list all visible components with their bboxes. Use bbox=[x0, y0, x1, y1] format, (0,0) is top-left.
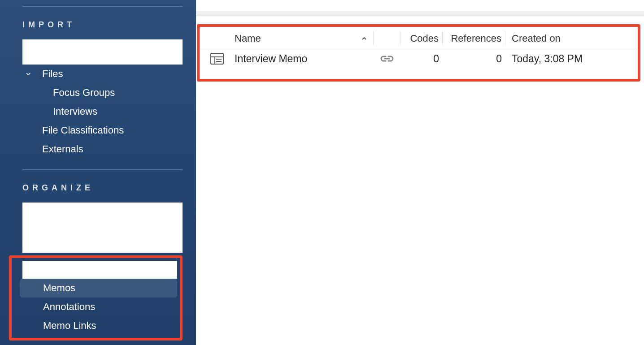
sidebar-item-label: Coding bbox=[43, 213, 86, 228]
table-row[interactable]: Interview Memo 0 0 Today, 3:08 PM bbox=[200, 50, 638, 79]
sidebar-item-label: Memo Links bbox=[43, 320, 96, 332]
sidebar-item-label: Cases bbox=[43, 238, 80, 253]
link-icon bbox=[379, 55, 395, 63]
chevron-right-icon bbox=[174, 213, 178, 228]
sidebar-item-memo-links[interactable]: Memo Links bbox=[20, 316, 177, 335]
sidebar-item-files[interactable]: Files bbox=[22, 65, 183, 83]
table-header: Name Codes References Created on bbox=[200, 27, 638, 50]
memo-icon bbox=[210, 53, 224, 65]
sidebar-item-label: Focus Groups bbox=[53, 87, 115, 99]
sidebar-item-interviews[interactable]: Interviews bbox=[22, 102, 183, 121]
svg-point-2 bbox=[25, 55, 26, 56]
col-header-label: Codes bbox=[410, 33, 439, 44]
col-link-spacer bbox=[374, 31, 400, 45]
col-header-codes[interactable]: Codes bbox=[400, 31, 443, 45]
coding-icon bbox=[22, 216, 35, 225]
sidebar-item-annotations[interactable]: Annotations bbox=[20, 298, 177, 316]
chevron-down-icon bbox=[24, 68, 32, 80]
col-header-label: Name bbox=[235, 33, 261, 44]
col-header-label: References bbox=[451, 33, 501, 44]
sidebar-item-label: Externals bbox=[42, 143, 83, 155]
row-refs: 0 bbox=[496, 53, 502, 65]
row-icon-cell bbox=[200, 53, 235, 65]
data-icon bbox=[22, 52, 35, 62]
main-panel: Name Codes References Created on bbox=[196, 0, 644, 345]
sidebar-item-notes[interactable]: Notes bbox=[22, 261, 177, 279]
sidebar-item-label: Memos bbox=[43, 282, 75, 294]
row-created-cell: Today, 3:08 PM bbox=[505, 53, 583, 65]
sidebar-item-memos[interactable]: Memos bbox=[20, 279, 177, 298]
section-label-organize: ORGANIZE bbox=[22, 183, 183, 193]
row-codes: 0 bbox=[433, 53, 439, 65]
section-label-import: IMPORT bbox=[22, 20, 183, 30]
sidebar-item-label: Interviews bbox=[53, 106, 97, 117]
row-name: Interview Memo bbox=[235, 53, 307, 65]
sort-asc-icon bbox=[361, 35, 367, 42]
sidebar-item-focus-groups[interactable]: Focus Groups bbox=[22, 83, 183, 102]
row-name-cell: Interview Memo bbox=[235, 53, 355, 65]
col-header-label: Created on bbox=[512, 33, 561, 44]
sidebar-item-cases[interactable]: Cases bbox=[22, 228, 183, 253]
sidebar-item-data[interactable]: Data bbox=[22, 39, 183, 65]
sidebar: IMPORT Data Files Focus Groups Interview… bbox=[0, 0, 196, 345]
cases-icon bbox=[22, 241, 35, 250]
svg-line-13 bbox=[30, 271, 32, 273]
svg-point-3 bbox=[25, 59, 26, 60]
notes-highlight-box: Notes Memos Annotations Memo Links bbox=[9, 255, 183, 341]
sidebar-item-label: Annotations bbox=[43, 301, 95, 313]
row-spacer bbox=[355, 56, 374, 61]
table-highlight-box: Name Codes References Created on bbox=[197, 24, 640, 82]
sidebar-item-externals[interactable]: Externals bbox=[22, 140, 183, 159]
row-refs-cell: 0 bbox=[443, 56, 505, 61]
col-header-created[interactable]: Created on bbox=[505, 33, 561, 44]
sidebar-item-file-classifications[interactable]: File Classifications bbox=[22, 121, 183, 140]
row-codes-cell: 0 bbox=[400, 56, 443, 61]
toolbar-strip bbox=[196, 11, 644, 16]
row-created: Today, 3:08 PM bbox=[512, 53, 583, 65]
row-link-cell[interactable] bbox=[374, 56, 400, 61]
col-sort-indicator[interactable] bbox=[355, 31, 374, 45]
notes-icon bbox=[22, 264, 35, 276]
sidebar-item-label: Notes bbox=[43, 263, 78, 277]
col-header-references[interactable]: References bbox=[443, 31, 505, 45]
sidebar-item-coding[interactable]: Coding bbox=[22, 203, 183, 228]
chevron-right-icon bbox=[174, 238, 178, 253]
divider bbox=[22, 6, 183, 7]
sidebar-item-label: Files bbox=[42, 68, 63, 80]
chevron-down-icon bbox=[170, 52, 178, 63]
sidebar-item-label: Data bbox=[43, 50, 70, 65]
col-header-name[interactable]: Name bbox=[235, 33, 355, 44]
chevron-down-icon bbox=[165, 264, 173, 276]
sidebar-item-label: File Classifications bbox=[42, 125, 124, 136]
svg-rect-7 bbox=[24, 243, 34, 250]
divider bbox=[22, 169, 183, 170]
